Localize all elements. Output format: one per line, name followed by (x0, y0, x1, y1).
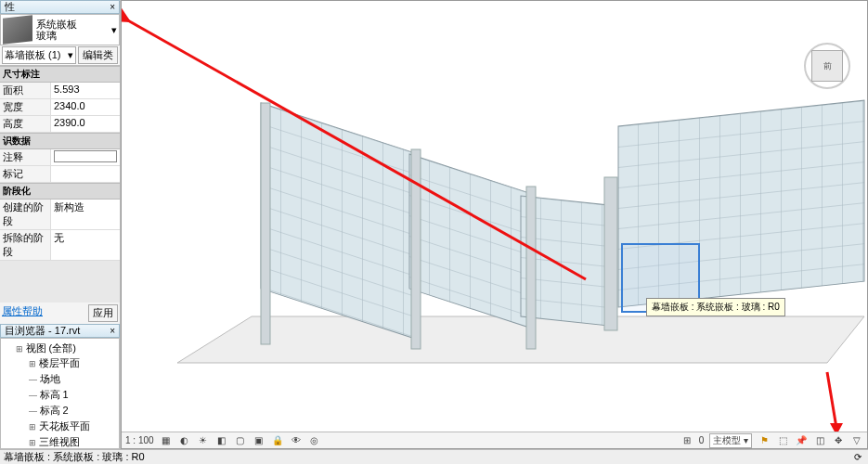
svg-rect-9 (526, 187, 536, 349)
tree-item[interactable]: 标高 1 (29, 387, 117, 403)
browser-header: 目浏览器 - 17.rvt × (0, 324, 120, 338)
svg-rect-2 (261, 103, 419, 340)
created-key: 创建的阶段 (0, 200, 51, 229)
svg-rect-7 (261, 103, 270, 344)
close-icon[interactable]: × (110, 326, 115, 336)
group-phasing[interactable]: 阶段化 (0, 183, 120, 200)
demo-value[interactable]: 无 (51, 230, 120, 260)
select-links-icon[interactable]: ⬚ (776, 434, 789, 447)
width-key: 宽度 (0, 99, 51, 115)
viewcube-face[interactable]: 前 (811, 50, 843, 82)
comment-input[interactable] (54, 150, 117, 162)
drag-icon[interactable]: ✥ (832, 434, 845, 447)
svg-rect-3 (409, 154, 530, 328)
type-name: 系统嵌板 (36, 19, 111, 30)
type-thumbnail-icon (3, 15, 32, 44)
mark-value[interactable] (51, 166, 120, 182)
svg-rect-8 (411, 149, 421, 349)
scale-label[interactable]: 1 : 100 (125, 435, 154, 445)
type-selector[interactable]: 系统嵌板 玻璃 ▾ (0, 14, 120, 45)
browser-title: 目浏览器 - 17.rvt (5, 324, 80, 338)
tree-item[interactable]: 标高 2 (29, 403, 117, 419)
close-icon[interactable]: × (110, 2, 115, 12)
width-value[interactable]: 2340.0 (51, 99, 120, 115)
reveal-icon[interactable]: ◎ (308, 434, 321, 447)
crop-region-icon[interactable]: ▣ (253, 434, 266, 447)
tree-item[interactable]: 天花板平面 (29, 419, 117, 434)
instance-combo[interactable]: 幕墙嵌板 (1) ▾ (2, 46, 76, 64)
height-key: 高度 (0, 116, 51, 132)
group-dims[interactable]: 尺寸标注 (0, 66, 120, 83)
mark-key: 标记 (0, 166, 51, 182)
edit-type-button[interactable]: 编辑类 (78, 46, 118, 64)
3d-viewport[interactable]: 幕墙嵌板 : 系统嵌板 : 玻璃 : R0 前 1 : 100 ▦ ◐ ☀ ◧ … (121, 0, 868, 449)
tree-item[interactable]: 场地 (29, 371, 117, 387)
element-tooltip: 幕墙嵌板 : 系统嵌板 : 玻璃 : R0 (646, 298, 785, 316)
model-combo[interactable]: 主模型 ▾ (709, 433, 752, 448)
tree-item[interactable]: 三维视图 (29, 434, 117, 449)
building-model (122, 1, 868, 437)
view-control-bar: 1 : 100 ▦ ◐ ☀ ◧ ▢ ▣ 🔒 👁 ◎ ⊞ 0 主模型 ▾ ⚑ ⬚ … (122, 432, 867, 448)
select-pinned-icon[interactable]: 📌 (795, 434, 808, 447)
comment-key: 注释 (0, 149, 51, 165)
shadows-icon[interactable]: ◧ (215, 434, 228, 447)
apply-button[interactable]: 应用 (88, 304, 118, 322)
chevron-down-icon: ▾ (68, 49, 73, 61)
viewcube[interactable]: 前 (804, 43, 850, 89)
chevron-down-icon[interactable]: ▾ (111, 24, 117, 36)
svg-rect-5 (604, 177, 617, 330)
status-left: 幕墙嵌板 : 系统嵌板 : 玻璃 : R0 (4, 450, 145, 464)
status-bar: 幕墙嵌板 : 系统嵌板 : 玻璃 : R0 ⟳ (0, 449, 868, 464)
filter2-icon[interactable]: ▽ (850, 434, 863, 447)
select-face-icon[interactable]: ◫ (813, 434, 826, 447)
type-sub: 玻璃 (36, 30, 111, 41)
detail-level-icon[interactable]: ▦ (160, 434, 173, 447)
hide-icon[interactable]: 👁 (290, 434, 303, 447)
tree-item[interactable]: 楼层平面 (29, 355, 117, 371)
properties-help-link[interactable]: 属性帮助 (2, 304, 43, 322)
tree-root[interactable]: 视图 (全部) 楼层平面场地标高 1标高 2天花板平面三维视图立面 (建筑立面)… (16, 341, 117, 449)
height-value[interactable]: 2390.0 (51, 116, 120, 132)
sun-path-icon[interactable]: ☀ (197, 434, 210, 447)
properties-header: 性 × (0, 0, 120, 14)
area-key: 面积 (0, 83, 51, 98)
group-iddata[interactable]: 识数据 (0, 133, 120, 149)
worksets-icon[interactable]: ⊞ (680, 434, 693, 447)
project-browser-tree[interactable]: 视图 (全部) 楼层平面场地标高 1标高 2天花板平面三维视图立面 (建筑立面)… (0, 338, 120, 449)
type-label: 系统嵌板 玻璃 (36, 19, 111, 41)
properties-title: 性 (5, 0, 15, 14)
filter-icon[interactable]: ⚑ (758, 434, 771, 447)
instance-combo-label: 幕墙嵌板 (1) (5, 48, 61, 62)
demo-key: 拆除的阶段 (0, 230, 51, 260)
lock-icon[interactable]: 🔒 (271, 434, 284, 447)
created-value[interactable]: 新构造 (51, 200, 120, 229)
val0: 0 (699, 435, 705, 445)
area-value[interactable]: 5.593 (51, 83, 120, 98)
status-icon[interactable]: ⟳ (851, 451, 864, 464)
visual-style-icon[interactable]: ◐ (178, 434, 191, 447)
crop-icon[interactable]: ▢ (234, 434, 247, 447)
